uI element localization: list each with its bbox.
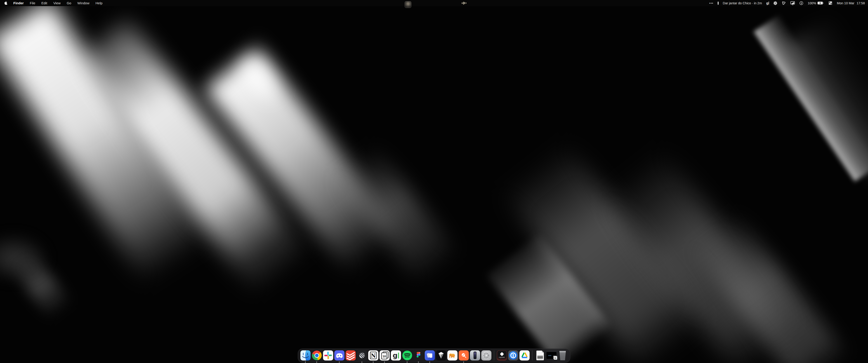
dock-item-slack[interactable]: [322, 350, 333, 361]
menubar-overflow-button[interactable]: •••: [709, 1, 713, 5]
menu-bar-status-area: ••• Dar jantar do Chico · in 2m g: [709, 1, 868, 5]
menu-help[interactable]: Help: [96, 1, 103, 5]
running-indicator: [429, 362, 430, 363]
notion-icon: N: [368, 350, 378, 361]
battery-charging-icon: [817, 1, 824, 5]
running-indicator: [463, 362, 464, 363]
wallpaper-streak: [487, 233, 612, 363]
document-file-icon: [536, 351, 544, 360]
apple-menu[interactable]: [4, 1, 7, 5]
finder-icon: [301, 350, 311, 361]
dock-item-todoist[interactable]: [345, 350, 356, 361]
dock-item-3d-cube-app[interactable]: [436, 350, 446, 361]
menu-view[interactable]: View: [53, 1, 61, 5]
wallpaper-streak: [0, 0, 215, 294]
audio-visualizer-bars: [462, 0, 466, 6]
linear-icon: [357, 350, 367, 361]
battery-status[interactable]: 100%: [808, 1, 824, 5]
postman-icon: [459, 350, 469, 361]
granola-menubar-icon[interactable]: g: [766, 2, 769, 4]
dock-item-mammoth[interactable]: [447, 350, 458, 361]
running-indicator: [384, 362, 385, 363]
wallpaper-streak: [9, 250, 72, 320]
notion-letter: N: [371, 353, 375, 359]
discord-icon: [334, 350, 344, 361]
dock-item-finder[interactable]: [300, 350, 311, 361]
dock-item-postman[interactable]: [458, 350, 469, 361]
dock-item-minimized-window[interactable]: 11: [546, 350, 557, 359]
dock: N 10 g: [298, 349, 570, 363]
wallpaper-streak: [74, 19, 305, 288]
figma-icon: [413, 350, 424, 361]
flower-burst-icon[interactable]: [773, 1, 777, 5]
menu-window[interactable]: Window: [77, 1, 89, 5]
spotify-icon: [402, 350, 412, 361]
battery-percent: 100%: [808, 1, 816, 5]
running-indicator: [373, 362, 374, 363]
dock-item-google-drive[interactable]: [519, 350, 530, 361]
one-password-menubar-icon[interactable]: [799, 1, 803, 5]
dock-item-granola[interactable]: g: [391, 350, 401, 361]
dock-item-trash[interactable]: [557, 350, 568, 360]
running-indicator: [407, 362, 408, 363]
running-indicator: [316, 362, 317, 363]
craft-icon: [425, 350, 435, 361]
running-indicator: [305, 362, 306, 363]
dock-item-linear[interactable]: [356, 350, 367, 361]
clock-time: 17:58: [857, 1, 865, 5]
menu-bar-left: Finder File Edit View Go Window Help: [0, 1, 102, 5]
wallpaper-streak: [595, 143, 802, 363]
menu-edit[interactable]: Edit: [41, 1, 47, 5]
dock-item-document[interactable]: [535, 350, 546, 360]
chrome-icon: [312, 350, 322, 361]
dock-item-notion-calendar[interactable]: 10: [379, 350, 390, 361]
wallpaper-streak: [498, 138, 707, 363]
notion-calendar-number: 10: [382, 355, 386, 358]
trash-icon: [559, 351, 567, 360]
now-playing-album-art[interactable]: [405, 1, 411, 8]
desktop: Finder File Edit View Go Window Help •••…: [0, 0, 868, 363]
google-drive-icon: [520, 350, 530, 361]
one-password-icon: [508, 350, 518, 361]
wallpaper-streak: [786, 13, 868, 177]
running-indicator: [362, 362, 362, 363]
wallpaper-streak: [754, 13, 868, 182]
granola-icon: g: [391, 350, 401, 361]
dock-separator: [532, 350, 532, 360]
raycast-diamond: [500, 352, 504, 356]
display-icon[interactable]: [790, 1, 795, 5]
todoist-icon: [346, 350, 356, 361]
dock-item-figma[interactable]: [413, 350, 424, 361]
dock-item-raycast[interactable]: raycast: [496, 350, 507, 361]
menu-app-name[interactable]: Finder: [13, 1, 24, 5]
reminder-text[interactable]: Dar jantar do Chico · in 2m: [723, 1, 762, 5]
pick-shape-icon[interactable]: [782, 1, 786, 5]
dock-item-chrome[interactable]: [311, 350, 322, 361]
minimized-window-thumbnail: 11: [546, 352, 557, 359]
running-indicator: [339, 362, 340, 363]
cube-3d-icon: [436, 350, 446, 361]
iphone-mirroring-icon: [470, 350, 480, 361]
dock-item-1password[interactable]: [508, 350, 519, 361]
clock-date: Mon 10 Mar: [837, 1, 854, 5]
dock-item-system-settings[interactable]: [481, 350, 492, 361]
system-settings-icon: [481, 350, 491, 361]
menubar-clock[interactable]: Mon 10 Mar 17:58: [837, 1, 865, 5]
wallpaper-streak: [204, 47, 411, 285]
wallpaper-streak: [330, 140, 458, 285]
dock-item-notion[interactable]: N: [368, 350, 379, 361]
menu-go[interactable]: Go: [67, 1, 71, 5]
granola-glyph: g: [766, 2, 768, 4]
raycast-label: raycast: [499, 356, 505, 358]
mammoth-elephant-icon: [447, 350, 458, 361]
control-center-icon[interactable]: [828, 1, 833, 5]
wallpaper-streak: [0, 233, 50, 283]
dock-item-discord[interactable]: [334, 350, 345, 361]
dock-item-craft[interactable]: [424, 350, 435, 361]
reminder-bar-icon[interactable]: [718, 2, 719, 5]
dock-item-iphone-mirroring[interactable]: [469, 350, 480, 361]
dock-item-spotify[interactable]: [402, 350, 412, 361]
desktop-wallpaper[interactable]: [0, 0, 868, 363]
menu-file[interactable]: File: [30, 1, 35, 5]
menu-bar: Finder File Edit View Go Window Help •••…: [0, 0, 868, 6]
